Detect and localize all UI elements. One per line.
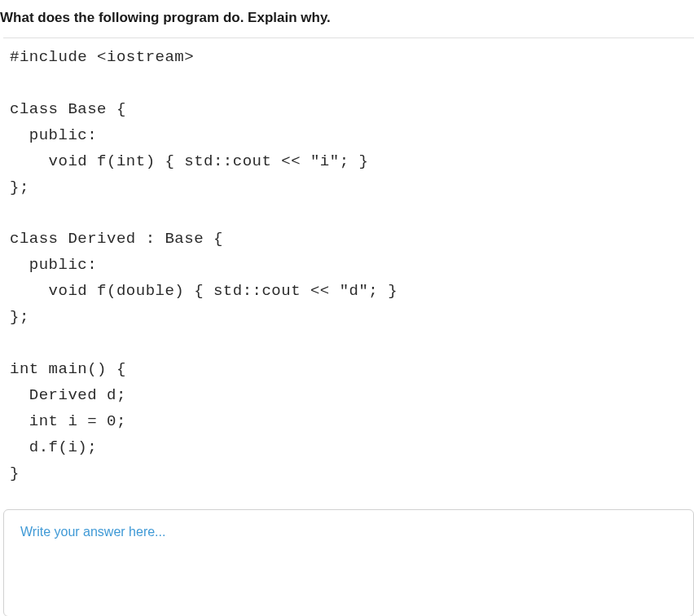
question-title: What does the following program do. Expl… xyxy=(0,0,694,37)
code-block: #include <iostream> class Base { public:… xyxy=(10,45,687,486)
answer-input[interactable] xyxy=(19,523,682,600)
code-container: #include <iostream> class Base { public:… xyxy=(3,37,694,503)
answer-box[interactable] xyxy=(3,509,694,616)
